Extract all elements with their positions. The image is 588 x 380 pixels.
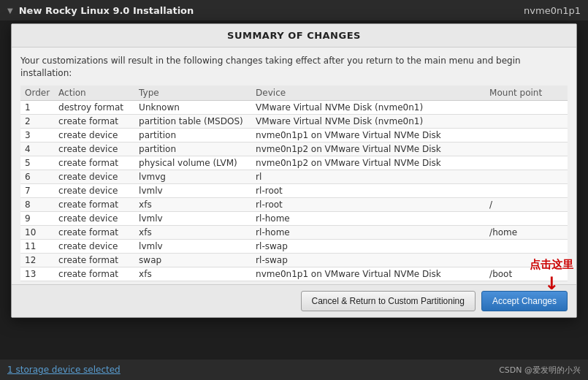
modal-title: SUMMARY OF CHANGES (227, 30, 361, 41)
cell-type: lvmvg (134, 170, 251, 183)
cell-mount (485, 211, 568, 225)
top-bar: ▼ New Rocky Linux 9.0 Installation nvme0… (0, 0, 588, 20)
cell-order: 11 (20, 239, 54, 253)
table-row: 12create formatswaprl-swap (20, 253, 568, 267)
cell-mount (485, 114, 568, 128)
cell-action: create format (54, 225, 134, 239)
cell-order: 13 (20, 267, 54, 281)
modal-header: SUMMARY OF CHANGES (12, 24, 576, 48)
cell-device: nvme0n1p2 on VMware Virtual NVMe Disk (251, 142, 485, 156)
cell-type: partition (134, 142, 251, 156)
cell-order: 2 (20, 114, 54, 128)
cell-order: 10 (20, 225, 54, 239)
cell-action: create device (54, 183, 134, 197)
cell-type: Unknown (134, 100, 251, 114)
credit-text: CSDN @爱发明的小兴 (499, 365, 581, 376)
col-header-order: Order (20, 86, 54, 101)
cell-mount: /home (485, 225, 568, 239)
table-row: 11create devicelvmlvrl-swap (20, 239, 568, 253)
cell-mount (485, 170, 568, 183)
cell-type: xfs (134, 225, 251, 239)
cell-type: lvmlv (134, 211, 251, 225)
cancel-button[interactable]: Cancel & Return to Custom Partitioning (301, 291, 476, 311)
cell-device: rl-swap (251, 239, 485, 253)
cell-type: partition table (MSDOS) (134, 114, 251, 128)
cell-action: create device (54, 142, 134, 156)
cell-mount: / (485, 197, 568, 211)
modal-overlay: SUMMARY OF CHANGES Your customizations w… (0, 20, 588, 360)
cell-device: rl-root (251, 183, 485, 197)
modal-description: Your customizations will result in the f… (20, 55, 568, 80)
cell-order: 3 (20, 128, 54, 142)
cell-type: swap (134, 253, 251, 267)
cell-type: lvmlv (134, 239, 251, 253)
cell-mount (485, 128, 568, 142)
cell-device: nvme0n1p2 on VMware Virtual NVMe Disk (251, 156, 485, 170)
cell-device: rl-home (251, 225, 485, 239)
cell-order: 4 (20, 142, 54, 156)
cell-order: 6 (20, 170, 54, 183)
cell-mount (485, 239, 568, 253)
cell-action: destroy format (54, 100, 134, 114)
col-header-mount: Mount point (485, 86, 568, 101)
cell-mount (485, 142, 568, 156)
cell-type: xfs (134, 267, 251, 281)
cell-type: xfs (134, 197, 251, 211)
cell-order: 12 (20, 253, 54, 267)
table-row: 4create devicepartitionnvme0n1p2 on VMwa… (20, 142, 568, 156)
cell-device: VMware Virtual NVMe Disk (nvme0n1) (251, 114, 485, 128)
cell-action: create device (54, 211, 134, 225)
table-header-row: Order Action Type Device Mount point (20, 86, 568, 101)
cell-action: create format (54, 267, 134, 281)
table-row: 10create formatxfsrl-home/home (20, 225, 568, 239)
cell-action: create format (54, 114, 134, 128)
cell-action: create device (54, 128, 134, 142)
cell-mount: /boot (485, 267, 568, 281)
table-body: 1destroy formatUnknownVMware Virtual NVM… (20, 100, 568, 281)
table-row: 8create formatxfsrl-root/ (20, 197, 568, 211)
table-row: 3create devicepartitionnvme0n1p1 on VMwa… (20, 128, 568, 142)
cell-mount (485, 100, 568, 114)
cell-action: create format (54, 253, 134, 267)
cell-order: 5 (20, 156, 54, 170)
cell-device: rl (251, 170, 485, 183)
cell-action: create format (54, 197, 134, 211)
table-row: 5create formatphysical volume (LVM)nvme0… (20, 156, 568, 170)
modal-footer: Cancel & Return to Custom Partitioning A… (12, 284, 576, 317)
accept-changes-button[interactable]: Accept Changes (481, 291, 568, 311)
table-row: 9create devicelvmlvrl-home (20, 211, 568, 225)
cell-type: partition (134, 128, 251, 142)
col-header-action: Action (54, 86, 134, 101)
cell-action: create device (54, 170, 134, 183)
table-row: 6create devicelvmvgrl (20, 170, 568, 183)
table-row: 7create devicelvmlvrl-root (20, 183, 568, 197)
table-row: 2create formatpartition table (MSDOS)VMw… (20, 114, 568, 128)
cell-action: create format (54, 156, 134, 170)
bottom-bar: 1 storage device selected CSDN @爱发明的小兴 (0, 360, 588, 380)
top-bar-device: nvme0n1p1 (524, 5, 581, 16)
cell-type: physical volume (LVM) (134, 156, 251, 170)
cell-type: lvmlv (134, 183, 251, 197)
cell-mount (485, 156, 568, 170)
cell-device: rl-root (251, 197, 485, 211)
cell-order: 1 (20, 100, 54, 114)
col-header-device: Device (251, 86, 485, 101)
cell-device: nvme0n1p1 on VMware Virtual NVMe Disk (251, 267, 485, 281)
modal-body: Your customizations will result in the f… (12, 48, 576, 281)
top-bar-arrow: ▼ (7, 7, 13, 15)
table-row: 1destroy formatUnknownVMware Virtual NVM… (20, 100, 568, 114)
cell-order: 7 (20, 183, 54, 197)
table-row: 13create formatxfsnvme0n1p1 on VMware Vi… (20, 267, 568, 281)
cell-device: rl-swap (251, 253, 485, 267)
cell-device: nvme0n1p1 on VMware Virtual NVMe Disk (251, 128, 485, 142)
cell-mount (485, 253, 568, 267)
cell-device: VMware Virtual NVMe Disk (nvme0n1) (251, 100, 485, 114)
cell-mount (485, 183, 568, 197)
cell-order: 9 (20, 211, 54, 225)
changes-table: Order Action Type Device Mount point 1de… (20, 86, 568, 281)
cell-device: rl-home (251, 211, 485, 225)
cell-action: create device (54, 239, 134, 253)
cell-order: 8 (20, 197, 54, 211)
storage-link[interactable]: 1 storage device selected (7, 365, 121, 375)
summary-dialog: SUMMARY OF CHANGES Your customizations w… (11, 23, 577, 318)
